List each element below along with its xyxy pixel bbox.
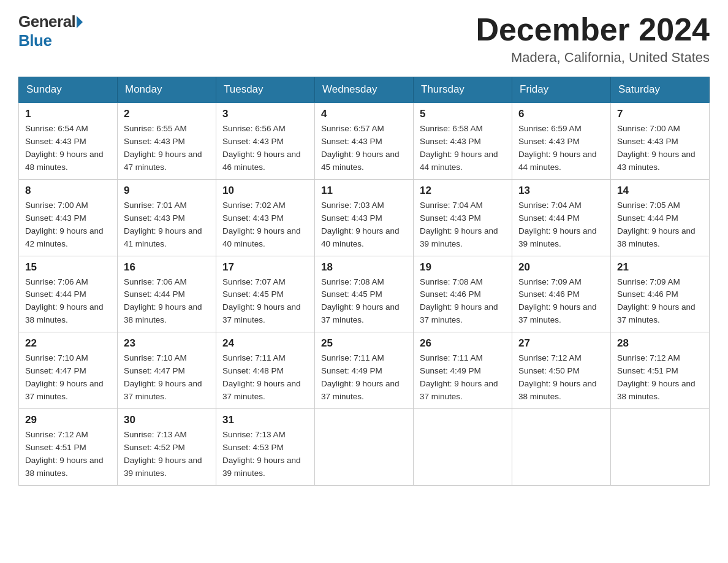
day-info: Sunrise: 7:10 AMSunset: 4:47 PMDaylight:… [25,352,111,404]
day-number: 31 [222,414,308,426]
calendar-table: SundayMondayTuesdayWednesdayThursdayFrid… [18,77,710,485]
logo-arrow-icon [77,16,83,28]
logo-general-text: General [18,12,75,31]
calendar-day-cell: 8Sunrise: 7:00 AMSunset: 4:43 PMDaylight… [19,179,118,256]
day-number: 28 [617,337,703,350]
calendar-day-cell: 12Sunrise: 7:04 AMSunset: 4:43 PMDayligh… [414,179,512,256]
calendar-day-cell: 21Sunrise: 7:09 AMSunset: 4:46 PMDayligh… [611,256,710,332]
day-number: 10 [222,185,308,197]
day-info: Sunrise: 7:03 AMSunset: 4:43 PMDaylight:… [321,199,407,251]
logo: General Blue [18,12,83,50]
calendar-day-cell: 25Sunrise: 7:11 AMSunset: 4:49 PMDayligh… [315,332,414,409]
column-header-monday: Monday [118,77,216,103]
day-number: 30 [124,414,210,426]
day-number: 13 [518,185,604,197]
day-number: 11 [321,185,407,197]
day-info: Sunrise: 7:10 AMSunset: 4:47 PMDaylight:… [124,352,210,404]
calendar-day-cell: 18Sunrise: 7:08 AMSunset: 4:45 PMDayligh… [315,256,414,332]
calendar-day-cell: 31Sunrise: 7:13 AMSunset: 4:53 PMDayligh… [216,408,315,485]
column-header-friday: Friday [512,77,611,103]
day-number: 23 [124,337,210,350]
day-number: 6 [518,108,604,120]
column-header-tuesday: Tuesday [216,77,315,103]
day-number: 27 [518,337,604,350]
title-area: December 2024 Madera, California, United… [476,12,710,66]
calendar-day-cell: 9Sunrise: 7:01 AMSunset: 4:43 PMDaylight… [118,179,216,256]
day-info: Sunrise: 7:01 AMSunset: 4:43 PMDaylight:… [124,199,210,251]
day-info: Sunrise: 6:57 AMSunset: 4:43 PMDaylight:… [321,123,407,174]
day-number: 5 [420,108,506,120]
calendar-week-5: 29Sunrise: 7:12 AMSunset: 4:51 PMDayligh… [19,408,710,485]
day-number: 12 [420,185,506,197]
day-number: 16 [124,261,210,274]
calendar-week-2: 8Sunrise: 7:00 AMSunset: 4:43 PMDaylight… [19,179,710,256]
calendar-day-cell: 19Sunrise: 7:08 AMSunset: 4:46 PMDayligh… [414,256,512,332]
day-info: Sunrise: 7:05 AMSunset: 4:44 PMDaylight:… [617,199,703,251]
day-info: Sunrise: 7:12 AMSunset: 4:50 PMDaylight:… [518,352,604,404]
day-number: 9 [124,185,210,197]
calendar-day-cell: 6Sunrise: 6:59 AMSunset: 4:43 PMDaylight… [512,102,611,179]
day-number: 24 [222,337,308,350]
day-info: Sunrise: 7:09 AMSunset: 4:46 PMDaylight:… [518,276,604,327]
page-header: General Blue December 2024 Madera, Calif… [18,12,710,66]
day-info: Sunrise: 7:12 AMSunset: 4:51 PMDaylight:… [617,352,703,404]
day-info: Sunrise: 7:00 AMSunset: 4:43 PMDaylight:… [25,199,111,251]
day-number: 25 [321,337,407,350]
day-info: Sunrise: 7:07 AMSunset: 4:45 PMDaylight:… [222,276,308,327]
calendar-day-cell: 29Sunrise: 7:12 AMSunset: 4:51 PMDayligh… [19,408,118,485]
header-row: SundayMondayTuesdayWednesdayThursdayFrid… [19,77,710,103]
column-header-wednesday: Wednesday [315,77,414,103]
day-info: Sunrise: 6:54 AMSunset: 4:43 PMDaylight:… [25,123,111,174]
calendar-day-cell [315,408,414,485]
location: Madera, California, United States [476,50,710,66]
day-info: Sunrise: 6:56 AMSunset: 4:43 PMDaylight:… [222,123,308,174]
calendar-day-cell: 30Sunrise: 7:13 AMSunset: 4:52 PMDayligh… [118,408,216,485]
column-header-sunday: Sunday [19,77,118,103]
calendar-day-cell [611,408,710,485]
calendar-day-cell: 13Sunrise: 7:04 AMSunset: 4:44 PMDayligh… [512,179,611,256]
day-info: Sunrise: 6:59 AMSunset: 4:43 PMDaylight:… [518,123,604,174]
calendar-day-cell: 15Sunrise: 7:06 AMSunset: 4:44 PMDayligh… [19,256,118,332]
day-number: 29 [25,414,111,426]
day-info: Sunrise: 7:13 AMSunset: 4:52 PMDaylight:… [124,429,210,480]
day-info: Sunrise: 6:55 AMSunset: 4:43 PMDaylight:… [124,123,210,174]
calendar-day-cell: 28Sunrise: 7:12 AMSunset: 4:51 PMDayligh… [611,332,710,409]
month-title: December 2024 [476,12,710,47]
calendar-day-cell: 24Sunrise: 7:11 AMSunset: 4:48 PMDayligh… [216,332,315,409]
day-number: 18 [321,261,407,274]
day-number: 3 [222,108,308,120]
calendar-day-cell: 20Sunrise: 7:09 AMSunset: 4:46 PMDayligh… [512,256,611,332]
calendar-day-cell: 23Sunrise: 7:10 AMSunset: 4:47 PMDayligh… [118,332,216,409]
day-info: Sunrise: 7:06 AMSunset: 4:44 PMDaylight:… [124,276,210,327]
calendar-day-cell: 3Sunrise: 6:56 AMSunset: 4:43 PMDaylight… [216,102,315,179]
calendar-day-cell: 7Sunrise: 7:00 AMSunset: 4:43 PMDaylight… [611,102,710,179]
logo-blue-text: Blue [18,31,51,50]
day-info: Sunrise: 6:58 AMSunset: 4:43 PMDaylight:… [420,123,506,174]
day-info: Sunrise: 7:08 AMSunset: 4:45 PMDaylight:… [321,276,407,327]
column-header-saturday: Saturday [611,77,710,103]
day-info: Sunrise: 7:08 AMSunset: 4:46 PMDaylight:… [420,276,506,327]
calendar-day-cell: 26Sunrise: 7:11 AMSunset: 4:49 PMDayligh… [414,332,512,409]
day-info: Sunrise: 7:11 AMSunset: 4:49 PMDaylight:… [321,352,407,404]
day-info: Sunrise: 7:12 AMSunset: 4:51 PMDaylight:… [25,429,111,480]
day-number: 1 [25,108,111,120]
calendar-header: SundayMondayTuesdayWednesdayThursdayFrid… [19,77,710,103]
day-number: 15 [25,261,111,274]
day-number: 22 [25,337,111,350]
day-info: Sunrise: 7:02 AMSunset: 4:43 PMDaylight:… [222,199,308,251]
calendar-day-cell: 5Sunrise: 6:58 AMSunset: 4:43 PMDaylight… [414,102,512,179]
calendar-day-cell: 27Sunrise: 7:12 AMSunset: 4:50 PMDayligh… [512,332,611,409]
calendar-day-cell: 17Sunrise: 7:07 AMSunset: 4:45 PMDayligh… [216,256,315,332]
day-number: 17 [222,261,308,274]
day-info: Sunrise: 7:09 AMSunset: 4:46 PMDaylight:… [617,276,703,327]
calendar-day-cell [414,408,512,485]
calendar-day-cell: 14Sunrise: 7:05 AMSunset: 4:44 PMDayligh… [611,179,710,256]
calendar-week-4: 22Sunrise: 7:10 AMSunset: 4:47 PMDayligh… [19,332,710,409]
calendar-day-cell: 10Sunrise: 7:02 AMSunset: 4:43 PMDayligh… [216,179,315,256]
day-number: 14 [617,185,703,197]
calendar-day-cell: 16Sunrise: 7:06 AMSunset: 4:44 PMDayligh… [118,256,216,332]
calendar-day-cell: 4Sunrise: 6:57 AMSunset: 4:43 PMDaylight… [315,102,414,179]
column-header-thursday: Thursday [414,77,512,103]
day-number: 26 [420,337,506,350]
calendar-body: 1Sunrise: 6:54 AMSunset: 4:43 PMDaylight… [19,102,710,485]
